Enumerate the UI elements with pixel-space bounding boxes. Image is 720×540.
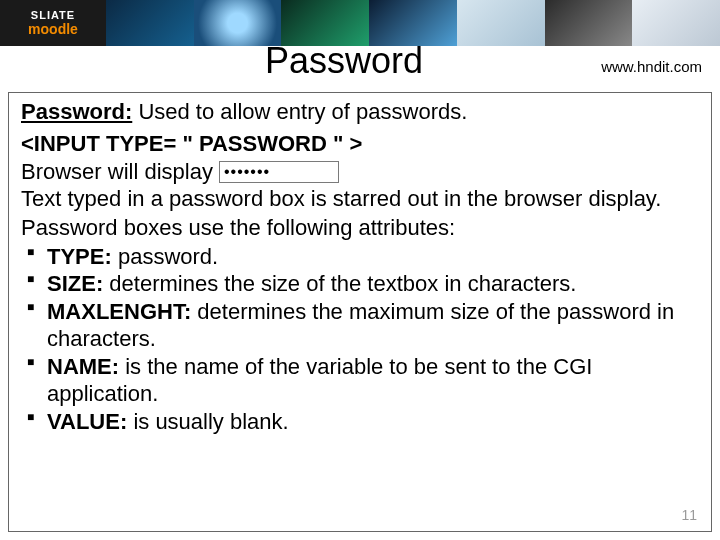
code-line: <INPUT TYPE= " PASSWORD " > [21, 131, 701, 157]
list-item: VALUE: is usually blank. [21, 408, 701, 436]
banner-cell [545, 0, 633, 46]
content-box: Password: Used to allow entry of passwor… [8, 92, 712, 532]
banner-cell [457, 0, 545, 46]
logo-line2: moodle [28, 21, 78, 37]
slide: SLIATE moodle Password www.hndit.com Pas… [0, 0, 720, 540]
attr-key: TYPE: [47, 244, 112, 269]
attr-intro: Password boxes use the following attribu… [21, 215, 701, 241]
lead-rest: Used to allow entry of passwords. [132, 99, 467, 124]
attr-text: is the name of the variable to be sent t… [47, 354, 592, 407]
banner-cell [632, 0, 720, 46]
attribute-list: TYPE: password. SIZE: determines the siz… [21, 243, 701, 436]
page-number: 11 [681, 507, 697, 523]
lead-key: Password: [21, 99, 132, 124]
lead-line: Password: Used to allow entry of passwor… [21, 99, 701, 125]
attr-key: SIZE: [47, 271, 103, 296]
header-url: www.hndit.com [601, 58, 702, 75]
logo-line1: SLIATE [31, 9, 75, 21]
paragraph-1: Text typed in a password box is starred … [21, 185, 701, 213]
list-item: NAME: is the name of the variable to be … [21, 353, 701, 408]
attr-text: is usually blank. [127, 409, 288, 434]
attr-key: NAME: [47, 354, 119, 379]
list-item: MAXLENGHT: determines the maximum size o… [21, 298, 701, 353]
browser-display-row: Browser will display ••••••• [21, 159, 701, 185]
banner-cell [106, 0, 194, 46]
browser-label: Browser will display [21, 159, 213, 185]
password-dots: ••••••• [224, 163, 270, 181]
attr-key: MAXLENGHT: [47, 299, 191, 324]
logo: SLIATE moodle [0, 0, 106, 46]
slide-title: Password [265, 40, 423, 82]
list-item: TYPE: password. [21, 243, 701, 271]
attr-key: VALUE: [47, 409, 127, 434]
title-bar: Password www.hndit.com [0, 46, 720, 92]
attr-text: determines the size of the textbox in ch… [103, 271, 576, 296]
attr-text: password. [112, 244, 218, 269]
list-item: SIZE: determines the size of the textbox… [21, 270, 701, 298]
password-box-sample: ••••••• [219, 161, 339, 183]
